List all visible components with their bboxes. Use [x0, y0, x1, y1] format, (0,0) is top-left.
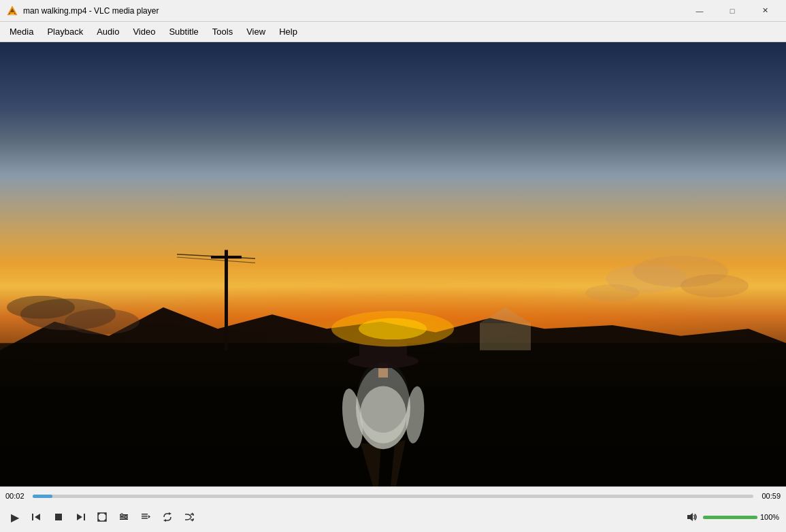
- close-button[interactable]: ✕: [749, 0, 781, 22]
- extended-settings-button[interactable]: [114, 508, 133, 527]
- svg-marker-37: [77, 514, 82, 520]
- stop-button[interactable]: [49, 508, 68, 527]
- progress-track[interactable]: [33, 495, 753, 498]
- svg-marker-51: [148, 515, 150, 518]
- menu-help[interactable]: Help: [272, 24, 304, 39]
- svg-point-28: [681, 274, 749, 297]
- menu-playback[interactable]: Playback: [40, 24, 90, 39]
- svg-rect-3: [10, 14, 15, 15]
- svg-point-17: [360, 386, 406, 444]
- time-total: 00:59: [759, 492, 781, 500]
- previous-button[interactable]: [27, 508, 46, 527]
- volume-section: 100%: [684, 508, 781, 527]
- svg-rect-11: [480, 323, 531, 350]
- svg-point-29: [585, 284, 640, 301]
- menu-media[interactable]: Media: [3, 24, 40, 39]
- loop-button[interactable]: [158, 508, 177, 527]
- controls-bar: 00:02 00:59 ▶: [0, 486, 786, 532]
- svg-rect-47: [125, 516, 127, 518]
- volume-button[interactable]: [684, 508, 700, 527]
- fullscreen-button[interactable]: [93, 508, 112, 527]
- button-row: ▶: [0, 505, 786, 532]
- scene-svg: [0, 42, 786, 486]
- svg-marker-56: [687, 513, 693, 521]
- video-area[interactable]: [0, 42, 786, 486]
- svg-rect-33: [32, 514, 33, 520]
- svg-point-32: [65, 309, 140, 335]
- menu-video[interactable]: Video: [126, 24, 162, 39]
- volume-fill: [703, 516, 757, 519]
- menu-bar: Media Playback Audio Video Subtitle Tool…: [0, 22, 786, 42]
- svg-marker-52: [169, 512, 171, 515]
- video-canvas: [0, 42, 786, 486]
- next-button[interactable]: [71, 508, 90, 527]
- window-controls: — □ ✕: [684, 0, 781, 22]
- svg-marker-53: [163, 519, 166, 522]
- random-button[interactable]: [180, 508, 199, 527]
- menu-audio[interactable]: Audio: [90, 24, 126, 39]
- svg-rect-46: [121, 514, 122, 516]
- progress-fill: [33, 495, 52, 498]
- svg-point-25: [359, 318, 427, 339]
- svg-marker-34: [35, 514, 40, 520]
- volume-label: 100%: [760, 513, 781, 521]
- window-title: man walking.mp4 - VLC media player: [23, 6, 684, 16]
- volume-track[interactable]: [703, 516, 757, 519]
- svg-rect-49: [142, 516, 148, 517]
- time-current: 00:02: [5, 492, 27, 500]
- app-icon: [5, 4, 19, 18]
- svg-rect-35: [55, 514, 62, 520]
- menu-view[interactable]: View: [240, 24, 272, 39]
- svg-marker-12: [480, 307, 531, 323]
- svg-rect-7: [225, 250, 228, 350]
- svg-rect-48: [142, 514, 148, 515]
- maximize-button[interactable]: □: [717, 0, 748, 22]
- play-button[interactable]: ▶: [5, 508, 24, 527]
- svg-point-31: [7, 296, 75, 319]
- title-bar: man walking.mp4 - VLC media player — □ ✕: [0, 0, 786, 22]
- menu-subtitle[interactable]: Subtitle: [162, 24, 205, 39]
- playlist-button[interactable]: [136, 508, 155, 527]
- progress-row: 00:02 00:59: [0, 487, 786, 505]
- menu-tools[interactable]: Tools: [206, 24, 240, 39]
- minimize-button[interactable]: —: [684, 0, 715, 22]
- svg-rect-2: [10, 12, 14, 14]
- svg-rect-50: [142, 518, 148, 519]
- svg-rect-36: [84, 514, 85, 520]
